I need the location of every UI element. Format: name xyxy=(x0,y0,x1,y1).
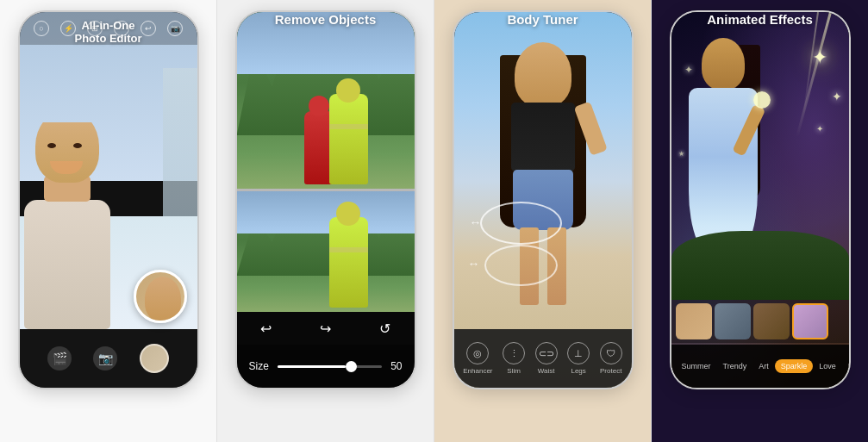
vest-stripe xyxy=(329,124,368,129)
size-value: 50 xyxy=(390,360,402,372)
effects-bar: Summer Trendy Art Sparkle Love Daily xyxy=(671,345,849,388)
phone-frame-4: ✦ ✦ ✦ ✦ ★ Summe xyxy=(670,10,851,389)
coat xyxy=(24,200,110,329)
effect-love[interactable]: Love xyxy=(813,359,842,373)
arrow-left: ↔ xyxy=(470,215,482,229)
protect-label: Protect xyxy=(600,367,621,375)
circle-thumbnail xyxy=(134,270,187,323)
vest-stripe-bottom xyxy=(329,247,368,252)
enhancer-icon: ◎ xyxy=(466,342,489,364)
woman-body-tuner xyxy=(496,42,590,309)
tool-waist[interactable]: ⊂⊃ Waist xyxy=(535,342,558,375)
phone-frame-2: ↩ ↪ ↺ Size 50 xyxy=(235,10,416,389)
legs-icon: ⊥ xyxy=(567,342,590,364)
slider-track[interactable] xyxy=(278,365,382,368)
effect-daily[interactable]: Daily xyxy=(842,359,851,373)
tool-protect[interactable]: 🛡 Protect xyxy=(600,342,622,375)
green-person-head-top xyxy=(336,78,360,103)
thumb-4[interactable] xyxy=(792,303,828,339)
tool-slim[interactable]: ⋮ Slim xyxy=(503,342,525,375)
effect-art[interactable]: Art xyxy=(752,359,775,373)
redo-btn[interactable]: ↪ xyxy=(320,321,331,337)
undo-btn[interactable]: ↩ xyxy=(260,321,272,337)
thumb-2[interactable] xyxy=(715,303,751,339)
sparkle-4: ✦ xyxy=(684,64,693,76)
hillside xyxy=(671,231,849,300)
video-icon[interactable]: 🎬 xyxy=(47,346,72,370)
thumb-face xyxy=(145,277,181,321)
eye-right xyxy=(73,143,82,148)
photo-top xyxy=(237,12,415,189)
red-person-head xyxy=(309,96,329,116)
sky-bottom xyxy=(237,191,415,233)
panel1-title-line2: Photo Editor xyxy=(20,32,197,45)
protect-icon: 🛡 xyxy=(600,342,622,364)
size-label: Size xyxy=(249,360,269,372)
panel-animated-effects: Animated Effects ✦ ✦ ✦ ✦ ★ xyxy=(651,0,868,442)
green-person-top xyxy=(329,94,368,184)
waist-icon: ⊂⊃ xyxy=(535,342,558,364)
panel-remove-objects: Remove Objects xyxy=(216,0,434,442)
panel-body-tuner: Body Tuner ↔ ↔ ◎ xyxy=(434,0,651,442)
leg-right xyxy=(547,227,566,305)
photo-icon[interactable]: 📷 xyxy=(93,346,117,370)
eye-left xyxy=(47,143,56,148)
body-tuner-tools: ◎ Enhancer ⋮ Slim ⊂⊃ Waist ⊥ Legs 🛡 Prot… xyxy=(454,329,632,388)
thumb-1[interactable] xyxy=(676,303,712,339)
slim-label: Slim xyxy=(507,367,521,375)
phone-frame-1: ○ ⚡ ⊞ ··· ↩ 📷 All-in-One Photo Editor 🎬 … xyxy=(18,10,199,389)
sparkle-2: ✦ xyxy=(832,90,842,103)
anim-head xyxy=(702,38,745,90)
enhancer-label: Enhancer xyxy=(463,367,492,375)
sparkle-top-right: ✦ xyxy=(812,47,827,69)
effect-summer[interactable]: Summer xyxy=(676,359,717,373)
thumb-3[interactable] xyxy=(753,303,790,339)
legs-label: Legs xyxy=(571,367,585,375)
photo-divider xyxy=(237,189,415,191)
panel-photo-editor: ○ ⚡ ⊞ ··· ↩ 📷 All-in-One Photo Editor 🎬 … xyxy=(0,0,216,442)
user-avatar[interactable] xyxy=(140,344,169,373)
tool-enhancer[interactable]: ◎ Enhancer xyxy=(463,342,492,375)
green-person-head-bottom xyxy=(336,202,360,226)
dandelion xyxy=(753,91,771,109)
effect-thumbnails xyxy=(671,300,849,343)
shorts xyxy=(513,170,573,230)
photo-bottom xyxy=(237,191,415,312)
waist-label: Waist xyxy=(538,367,555,375)
slider-thumb[interactable] xyxy=(346,361,357,372)
bottom-bar-1: 🎬 📷 xyxy=(20,329,197,388)
size-bar: Size 50 xyxy=(237,345,415,388)
refresh-btn[interactable]: ↺ xyxy=(379,321,390,337)
woman-head xyxy=(515,42,571,107)
phone-frame-3: ↔ ↔ ◎ Enhancer ⋮ Slim ⊂⊃ Waist ⊥ Legs 🛡 … xyxy=(453,10,634,389)
panel1-title-line1: All-in-One xyxy=(20,19,197,32)
tool-legs[interactable]: ⊥ Legs xyxy=(567,342,590,375)
sparkle-5: ★ xyxy=(678,150,684,158)
sky-top xyxy=(237,12,415,74)
torso xyxy=(511,103,575,171)
arrow-left2: ↔ xyxy=(468,257,480,271)
effect-trendy[interactable]: Trendy xyxy=(717,359,753,373)
panel1-title: All-in-One Photo Editor xyxy=(20,19,197,45)
leg-left xyxy=(520,227,539,305)
action-bar: ↩ ↪ ↺ xyxy=(237,312,415,345)
green-person-bottom xyxy=(329,217,368,308)
slider-fill xyxy=(278,365,346,368)
slim-icon: ⋮ xyxy=(503,342,525,364)
effect-sparkle[interactable]: Sparkle xyxy=(775,359,814,373)
sparkle-3: ✦ xyxy=(816,124,823,134)
